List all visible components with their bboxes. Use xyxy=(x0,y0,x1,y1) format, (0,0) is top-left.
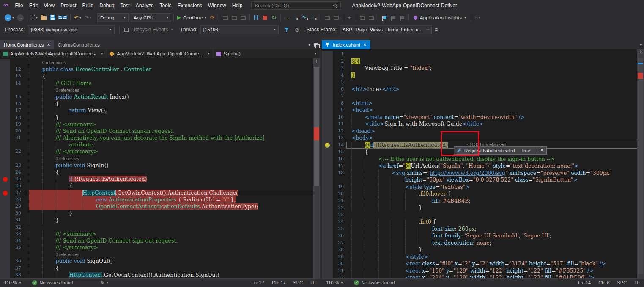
code-text[interactable]: text-decoration: none; xyxy=(346,240,644,247)
code-text[interactable]: <html> xyxy=(346,100,644,107)
step-over-button[interactable]: ↷ xyxy=(301,13,310,22)
code-text[interactable] xyxy=(346,93,644,100)
breakpoints-window-button[interactable] xyxy=(221,13,230,22)
code-line[interactable]: 23 xyxy=(322,212,644,219)
code-text[interactable]: <svg xmlns="http://www.w3.org/2000/svg" … xyxy=(346,170,644,177)
breakpoint-margin[interactable] xyxy=(0,272,10,278)
code-line[interactable]: 20/// Send an OpenID Connect sign-in req… xyxy=(0,128,320,135)
breakpoint-margin[interactable] xyxy=(322,121,333,128)
code-line[interactable]: 16{ xyxy=(0,100,320,107)
code-text[interactable]: public void SignOut() xyxy=(24,258,320,265)
codelens-references[interactable]: 0 references xyxy=(56,88,79,93)
breakpoint-margin[interactable] xyxy=(0,251,10,258)
code-text[interactable]: </head> xyxy=(346,128,644,135)
code-line[interactable]: 35/// </summary> xyxy=(0,244,320,251)
undo-button[interactable]: ↶▾ xyxy=(73,13,82,22)
code-text[interactable]: .fil0:hover { xyxy=(346,190,644,198)
breakpoint-margin[interactable] xyxy=(322,163,333,170)
code-line[interactable]: 22} xyxy=(322,204,644,212)
code-line[interactable]: 6<h2>Index</h2> xyxy=(322,86,644,93)
breakpoint-margin[interactable] xyxy=(322,142,333,149)
close-icon[interactable]: × xyxy=(364,42,367,48)
code-line[interactable]: 16<!-- If the user is not authenticated,… xyxy=(322,156,644,163)
code-line[interactable]: 22/// </summary> xyxy=(0,148,320,155)
code-text[interactable] xyxy=(346,79,644,86)
editor-options-icon[interactable] xyxy=(314,43,318,47)
code-line[interactable]: 18<svg xmlns="http://www.w3.org/2000/svg… xyxy=(322,170,644,177)
menu-item-analyze[interactable]: Analyze xyxy=(133,1,157,10)
document-dropdown-icon[interactable]: ▾ xyxy=(640,43,642,47)
toggle-bookmark-button[interactable] xyxy=(380,13,389,22)
code-line[interactable]: 26{ xyxy=(0,182,320,189)
code-line[interactable]: 26font-family: 'Segoe UI Semibold', 'Seg… xyxy=(322,232,644,240)
breakpoint-margin[interactable] xyxy=(0,182,10,189)
code-line[interactable]: 8<html> xyxy=(322,100,644,107)
code-line[interactable]: 0 references xyxy=(0,155,320,162)
code-text[interactable]: 0 references xyxy=(24,87,320,94)
breakpoint-margin[interactable] xyxy=(0,121,10,128)
breakpoint-margin[interactable] xyxy=(322,93,333,100)
breakpoint-margin[interactable] xyxy=(322,198,333,205)
continue-button[interactable]: Continue▾ xyxy=(176,13,208,22)
code-text[interactable]: { xyxy=(24,169,320,176)
toolbar-options-button[interactable]: ≡▾ xyxy=(473,13,482,22)
code-line[interactable]: 0 references xyxy=(0,59,320,66)
code-line[interactable]: 10<meta name="viewport" content="width=d… xyxy=(322,114,644,121)
code-text[interactable]: <rect x="150" y="129" width="122" height… xyxy=(346,268,644,275)
breakpoint-margin[interactable] xyxy=(322,254,333,261)
codelens-references[interactable]: 0 references xyxy=(56,157,79,161)
code-suggestions-button[interactable]: ✦ xyxy=(345,13,354,22)
show-threads-button[interactable] xyxy=(323,13,332,22)
code-text[interactable]: } xyxy=(346,246,644,254)
code-text[interactable]: OpenIdConnectAuthenticationDefaults.Auth… xyxy=(24,203,320,210)
breakpoint-margin[interactable] xyxy=(0,196,10,203)
code-text[interactable]: { xyxy=(24,265,320,272)
code-line[interactable]: height="50px" viewBox="0 0 3278 522" cla… xyxy=(322,177,644,184)
code-line[interactable]: 5 xyxy=(322,79,644,86)
code-text[interactable]: return View(); xyxy=(24,107,320,114)
code-line[interactable]: 23public void SignIn() xyxy=(0,162,320,169)
code-line[interactable]: 32<rect x="284" y="129" width="122" heig… xyxy=(322,274,644,278)
breakpoint-margin[interactable] xyxy=(322,149,333,156)
code-line[interactable]: 28} xyxy=(322,246,644,254)
breakpoint-margin[interactable] xyxy=(322,128,333,135)
code-text[interactable]: 0 references xyxy=(24,59,320,66)
nav-dropdown-2[interactable]: SignIn()▾ xyxy=(214,49,320,58)
lifecycle-events-button[interactable]: Lifecycle Events xyxy=(132,27,168,33)
code-line[interactable]: 21fill: #4B4B4B; xyxy=(322,198,644,205)
menu-item-tools[interactable]: Tools xyxy=(156,1,174,10)
code-text[interactable]: <title>Sign-In with Microsoft Guide</tit… xyxy=(346,121,644,128)
breakpoint-margin[interactable] xyxy=(0,176,10,182)
breakpoint-margin[interactable] xyxy=(0,107,10,114)
tab-index-cshtml[interactable]: Index.cshtml× xyxy=(322,40,370,49)
breakpoint-margin[interactable] xyxy=(322,204,333,212)
breakpoint-margin[interactable] xyxy=(322,177,333,184)
solution-explorer-button[interactable] xyxy=(358,13,367,22)
breakpoint-margin[interactable] xyxy=(322,72,333,79)
breakpoint-margin[interactable] xyxy=(322,114,333,121)
code-text[interactable]: @{ xyxy=(346,58,644,65)
breakpoint-margin[interactable] xyxy=(0,135,10,141)
breakpoint-margin[interactable] xyxy=(322,232,333,240)
immediate-window-button[interactable] xyxy=(239,13,247,22)
tab-claimscontroller-cs[interactable]: ClaimsController.cs xyxy=(54,40,104,49)
code-line[interactable]: 12</head> xyxy=(322,128,644,135)
code-line[interactable]: 15public ActionResult Index() xyxy=(0,94,320,100)
breakpoint-margin[interactable] xyxy=(0,237,10,244)
code-text[interactable]: } xyxy=(24,210,320,217)
document-health-indicator[interactable]: No issues found xyxy=(361,280,395,285)
code-text[interactable] xyxy=(346,212,644,219)
breakpoint-margin[interactable] xyxy=(322,51,333,58)
code-text[interactable]: fill: #4B4B4B; xyxy=(346,198,644,205)
code-line[interactable]: 20.fil0:hover { xyxy=(322,190,644,198)
menu-item-edit[interactable]: Edit xyxy=(26,1,41,10)
code-editor-homecontroller[interactable]: 0 references12public class HomeControlle… xyxy=(0,58,320,278)
menu-item-extensions[interactable]: Extensions xyxy=(174,1,205,10)
nav-dropdown-1[interactable]: AppModelv2_WebApp_OpenIDConnect_▾ xyxy=(107,49,213,58)
breakpoint-margin[interactable] xyxy=(322,184,333,191)
code-line[interactable]: 11<title>Sign-In with Microsoft Guide</t… xyxy=(322,121,644,128)
code-text[interactable]: 0 references xyxy=(24,155,320,162)
code-line[interactable]: 0 references xyxy=(0,251,320,258)
step-out-button[interactable]: ↑ xyxy=(310,13,318,22)
menu-item-build[interactable]: Build xyxy=(79,1,97,10)
